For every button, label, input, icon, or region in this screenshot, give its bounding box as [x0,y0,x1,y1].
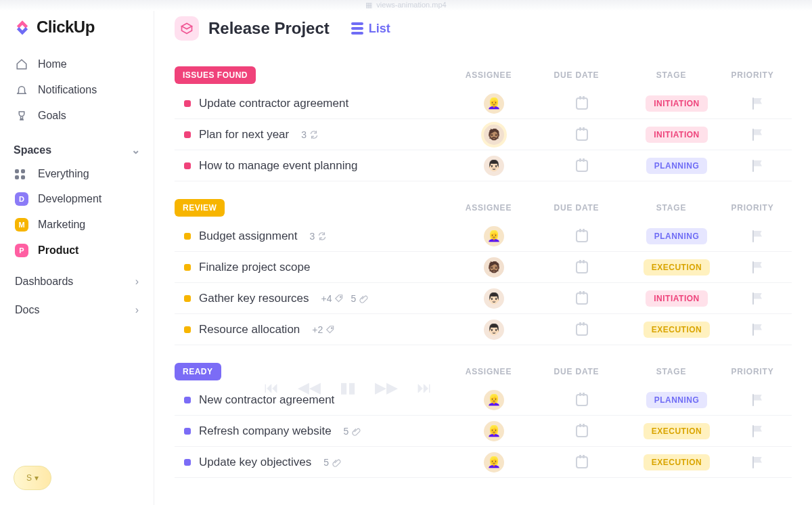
assignee-cell[interactable]: 👱‍♀️ [453,226,535,246]
due-date-cell[interactable] [535,160,629,172]
priority-cell[interactable] [724,324,792,336]
nav-notifications[interactable]: Notifications [5,77,148,103]
assignee-cell[interactable]: 👨🏻 [453,320,535,340]
assignee-cell[interactable]: 👱‍♀️ [453,421,535,441]
space-everything-label: Everything [38,168,89,180]
task-meta-attach[interactable]: 5 [344,426,361,437]
space-badge: D [15,192,28,206]
calendar-icon [576,261,588,273]
user-pill[interactable]: S ▾ [14,466,51,490]
task-row[interactable]: Update key objectives5 👱‍♀️EXECUTION [175,447,792,478]
flag-icon [752,97,763,110]
avatar: 👱‍♀️ [484,452,504,473]
priority-cell[interactable] [724,292,792,305]
task-row[interactable]: Resource allocation+2 👨🏻EXECUTION [175,314,792,345]
space-everything[interactable]: Everything [5,162,148,186]
task-row[interactable]: Gather key resources+4 5 👨🏻INITIATION [175,283,792,314]
due-date-cell[interactable] [535,324,629,336]
task-row[interactable]: New contractor agreement👱‍♀️PLANNING [175,385,792,416]
spaces-heading[interactable]: Spaces ⌄ [0,129,154,162]
stage-chip: INITIATION [646,290,707,307]
priority-cell[interactable] [724,425,792,437]
due-date-cell[interactable] [535,425,629,437]
space-item-marketing[interactable]: MMarketing [5,212,148,238]
task-group: READYASSIGNEEDUE DATESTAGEPRIORITYNew co… [175,363,792,478]
priority-cell[interactable] [724,261,792,273]
priority-cell[interactable] [724,230,792,242]
sidebar-docs[interactable]: Docs › [5,296,148,324]
assignee-cell[interactable]: 👱‍♀️ [453,390,535,410]
view-switch-list[interactable]: List [351,22,390,36]
stage-cell[interactable]: PLANNING [629,392,724,408]
status-pill[interactable]: ISSUES FOUND [175,66,256,84]
main: Release Project List ISSUES FOUNDASSIGNE… [154,0,812,505]
task-row[interactable]: Refresh company website5 👱‍♀️EXECUTION [175,416,792,447]
space-item-product[interactable]: PProduct [5,238,148,263]
stage-cell[interactable]: EXECUTION [629,322,724,338]
column-stage: STAGE [624,70,719,80]
nav-goals[interactable]: Goals [5,103,148,129]
assignee-cell[interactable]: 🧔🏽 [453,257,535,278]
svg-point-1 [332,327,333,328]
sidebar-docs-label: Docs [15,304,39,316]
chevron-right-icon: › [135,276,139,288]
list-icon [351,22,363,35]
priority-cell[interactable] [724,456,792,468]
task-meta-recur[interactable]: 3 [301,129,319,140]
priority-cell[interactable] [724,394,792,406]
calendar-icon [576,394,588,406]
assignee-cell[interactable]: 👱‍♀️ [453,452,535,473]
priority-cell[interactable] [724,129,792,141]
avatar: 🧔🏽 [484,125,504,145]
assignee-cell[interactable]: 👨🏻 [453,288,535,309]
task-meta-attach[interactable]: 5 [351,293,368,304]
status-dot [184,428,191,435]
stage-cell[interactable]: INITIATION [629,95,724,112]
stage-cell[interactable]: EXECUTION [629,259,724,276]
task-row[interactable]: How to manage event planning👨🏻PLANNING [175,150,792,181]
assignee-cell[interactable]: 👱‍♀️ [453,93,535,114]
column-stage: STAGE [624,367,719,376]
nav-home[interactable]: Home [5,51,148,77]
stage-cell[interactable]: INITIATION [629,290,724,307]
home-icon [15,58,28,71]
task-meta-tag[interactable]: +2 [312,324,335,335]
status-pill[interactable]: REVIEW [175,199,225,217]
task-row[interactable]: Update contractor agreement👱‍♀️INITIATIO… [175,88,792,119]
priority-cell[interactable] [724,160,792,172]
stage-cell[interactable]: PLANNING [629,228,724,244]
task-row[interactable]: Finalize project scope🧔🏽EXECUTION [175,252,792,283]
due-date-cell[interactable] [535,230,629,242]
stage-cell[interactable]: INITIATION [629,127,724,143]
task-row[interactable]: Budget assignment3 👱‍♀️PLANNING [175,221,792,252]
space-list: Everything DDevelopmentMMarketingPProduc… [0,162,154,263]
space-item-development[interactable]: DDevelopment [5,186,148,212]
stage-chip: EXECUTION [644,259,710,276]
due-date-cell[interactable] [535,129,629,141]
column-priority: PRIORITY [719,367,786,376]
due-date-cell[interactable] [535,394,629,406]
assignee-cell[interactable]: 🧔🏽 [453,125,535,145]
task-meta-tag[interactable]: +4 [321,293,344,304]
sidebar-dashboards[interactable]: Dashboards › [5,267,148,296]
task-meta-recur[interactable]: 3 [310,231,328,242]
due-date-cell[interactable] [535,292,629,305]
brand-logo[interactable]: ClickUp [0,12,154,51]
stage-cell[interactable]: EXECUTION [629,423,724,439]
calendar-icon [576,97,588,110]
task-meta-attach[interactable]: 5 [323,457,341,468]
task-row[interactable]: Plan for next year3 🧔🏽INITIATION [175,119,792,150]
due-date-cell[interactable] [535,261,629,273]
avatar: 👨🏻 [484,288,504,309]
column-assignee: ASSIGNEE [448,203,529,213]
due-date-cell[interactable] [535,456,629,468]
task-title: Resource allocation [199,323,300,336]
priority-cell[interactable] [724,97,792,110]
flag-icon [752,292,763,305]
stage-chip: PLANNING [646,158,708,174]
assignee-cell[interactable]: 👨🏻 [453,156,535,176]
due-date-cell[interactable] [535,97,629,110]
stage-cell[interactable]: EXECUTION [629,454,724,470]
stage-cell[interactable]: PLANNING [629,158,724,174]
status-pill[interactable]: READY [175,363,221,380]
